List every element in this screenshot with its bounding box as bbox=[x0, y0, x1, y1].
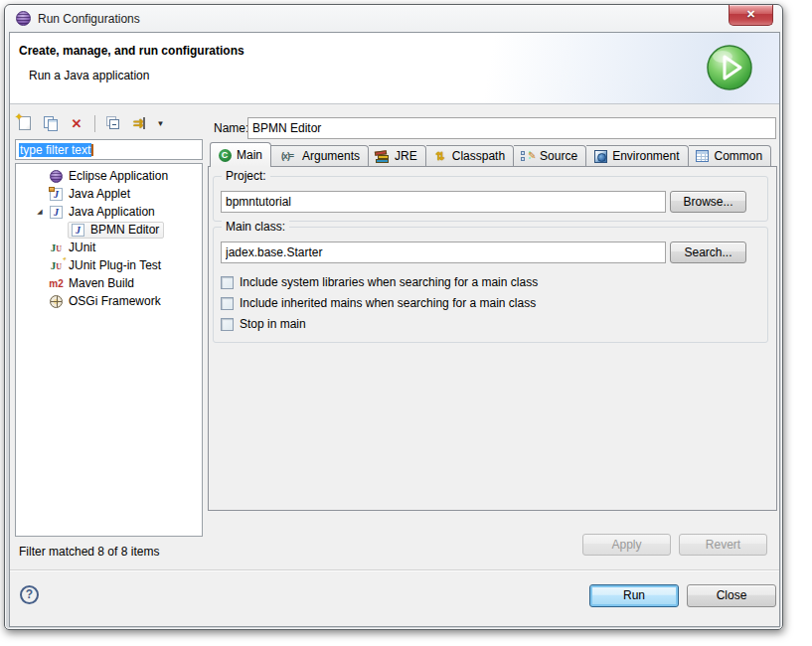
titlebar[interactable]: Run Configurations bbox=[5, 5, 782, 32]
help-button[interactable]: ? bbox=[20, 585, 39, 604]
footer-separator bbox=[10, 569, 779, 571]
java-application-icon: J bbox=[49, 205, 64, 220]
filter-icon: ⇉ bbox=[133, 116, 145, 130]
help-icon: ? bbox=[26, 587, 33, 601]
revert-button[interactable]: Revert bbox=[679, 534, 767, 556]
main-tab-panel: Project: Browse... Main class: Search...… bbox=[208, 166, 777, 511]
tab-environment[interactable]: Environment bbox=[586, 145, 688, 167]
search-button[interactable]: Search... bbox=[670, 242, 746, 263]
tree-item-label: JUnit Plug-in Test bbox=[69, 258, 161, 272]
delete-configuration-button[interactable]: ✕ bbox=[67, 113, 86, 133]
window-title: Run Configurations bbox=[38, 12, 140, 26]
tree-item-label: Eclipse Application bbox=[69, 169, 168, 183]
filter-menu-dropdown[interactable]: ▼ bbox=[155, 113, 167, 133]
main-tab-icon: C bbox=[217, 148, 233, 162]
tab-classpath[interactable]: ⇅ Classpath bbox=[426, 145, 514, 167]
configurations-tree[interactable]: Eclipse Application J Java Applet ◢ J Ja… bbox=[15, 163, 203, 537]
tab-jre[interactable]: JRE bbox=[369, 145, 426, 167]
tab-common[interactable]: Common bbox=[689, 145, 772, 167]
tree-item-maven-build[interactable]: m2 Maven Build bbox=[16, 274, 202, 292]
checkbox-row-stop-in-main[interactable]: Stop in main bbox=[221, 316, 306, 332]
main-class-label: Main class: bbox=[222, 220, 289, 234]
java-applet-icon: J bbox=[49, 187, 64, 202]
jre-tab-icon bbox=[375, 149, 391, 163]
project-group: Project: Browse... bbox=[213, 176, 768, 222]
maven-icon: m2 bbox=[49, 276, 64, 291]
tree-item-bpmn-editor[interactable]: J BPMN Editor bbox=[16, 221, 202, 239]
tree-item-osgi-framework[interactable]: OSGi Framework bbox=[16, 292, 202, 310]
new-configuration-button[interactable]: ✦ bbox=[15, 113, 35, 133]
chevron-down-icon: ▼ bbox=[157, 119, 165, 128]
tree-item-label: Java Applet bbox=[69, 187, 130, 201]
browse-button[interactable]: Browse... bbox=[670, 191, 746, 213]
main-class-group: Main class: Search... Include system lib… bbox=[213, 227, 768, 343]
filter-configurations-button[interactable]: ⇉ bbox=[129, 113, 149, 133]
dialog-content: Create, manage, and run configurations R… bbox=[9, 32, 780, 627]
duplicate-configuration-button[interactable] bbox=[41, 113, 61, 133]
tree-item-label: Maven Build bbox=[69, 276, 134, 290]
close-button[interactable]: Close bbox=[687, 584, 776, 607]
arguments-tab-icon: (x)= bbox=[276, 149, 298, 163]
eclipse-logo-icon bbox=[16, 11, 31, 26]
tree-item-junit-plugin-test[interactable]: JU» JUnit Plug-in Test bbox=[16, 256, 202, 274]
junit-plugin-icon: JU» bbox=[49, 258, 64, 273]
tab-main[interactable]: C Main bbox=[210, 142, 271, 167]
source-tab-icon: ✎ bbox=[520, 149, 536, 163]
common-tab-icon bbox=[695, 149, 711, 163]
duplicate-icon bbox=[44, 116, 59, 131]
tree-item-label: JUnit bbox=[69, 241, 95, 254]
checkbox-label: Include system libraries when searching … bbox=[240, 275, 538, 289]
expand-arrow-icon[interactable]: ◢ bbox=[34, 208, 46, 216]
configurations-toolbar: ✦ ✕ ⇉ ▼ bbox=[15, 111, 167, 135]
tab-arguments[interactable]: (x)= Arguments bbox=[270, 145, 369, 167]
apply-button[interactable]: Apply bbox=[582, 534, 671, 556]
run-orb-icon bbox=[706, 44, 753, 91]
banner-title: Create, manage, and run configurations bbox=[19, 44, 244, 58]
text-caret bbox=[91, 144, 93, 156]
tabbar: C Main (x)= Arguments JRE ⇅ Classpath ✎ … bbox=[210, 142, 771, 167]
project-input[interactable] bbox=[221, 191, 666, 213]
name-label: Name: bbox=[214, 121, 248, 135]
tree-item-java-applet[interactable]: J Java Applet bbox=[16, 185, 202, 203]
tree-item-label: BPMN Editor bbox=[90, 223, 159, 237]
osgi-icon bbox=[49, 294, 64, 309]
tree-item-eclipse-application[interactable]: Eclipse Application bbox=[16, 167, 202, 185]
filter-text-selection: type filter text bbox=[19, 143, 91, 157]
project-label: Project: bbox=[222, 169, 270, 183]
toolbar-separator bbox=[94, 115, 95, 132]
checkbox-unchecked[interactable] bbox=[221, 318, 234, 331]
collapse-all-button[interactable] bbox=[103, 113, 123, 133]
tab-source[interactable]: ✎ Source bbox=[514, 145, 586, 167]
tree-item-label: OSGi Framework bbox=[69, 294, 161, 308]
name-input[interactable] bbox=[247, 117, 776, 139]
delete-icon: ✕ bbox=[72, 116, 82, 131]
new-configuration-icon: ✦ bbox=[19, 116, 31, 130]
tree-item-junit[interactable]: JU JUnit bbox=[16, 239, 202, 256]
banner-subtitle: Run a Java application bbox=[29, 69, 149, 82]
tree-item-java-application[interactable]: ◢ J Java Application bbox=[16, 203, 202, 221]
checkbox-unchecked[interactable] bbox=[221, 297, 234, 310]
close-icon: ✕ bbox=[746, 8, 755, 20]
checkbox-row-system-libraries[interactable]: Include system libraries when searching … bbox=[221, 274, 538, 290]
run-button[interactable]: Run bbox=[589, 584, 679, 607]
collapse-all-icon bbox=[106, 116, 120, 130]
checkbox-label: Include inherited mains when searching f… bbox=[240, 296, 536, 310]
filter-text-input[interactable]: type filter text bbox=[15, 139, 203, 160]
java-application-icon: J bbox=[71, 223, 85, 238]
checkbox-label: Stop in main bbox=[240, 317, 306, 331]
tree-item-label: Java Application bbox=[69, 205, 155, 219]
junit-icon: JU bbox=[49, 241, 64, 255]
classpath-tab-icon: ⇅ bbox=[432, 149, 448, 163]
window-close-button[interactable]: ✕ bbox=[729, 5, 773, 26]
header-banner: Create, manage, and run configurations R… bbox=[10, 33, 779, 104]
checkbox-unchecked[interactable] bbox=[221, 276, 234, 289]
filter-status-text: Filter matched 8 of 8 items bbox=[19, 545, 159, 559]
eclipse-application-icon bbox=[49, 169, 64, 184]
environment-tab-icon bbox=[592, 149, 608, 163]
checkbox-row-inherited-mains[interactable]: Include inherited mains when searching f… bbox=[221, 295, 536, 311]
main-class-input[interactable] bbox=[221, 242, 666, 263]
run-configurations-dialog: Run Configurations ✕ Create, manage, and… bbox=[4, 4, 783, 630]
